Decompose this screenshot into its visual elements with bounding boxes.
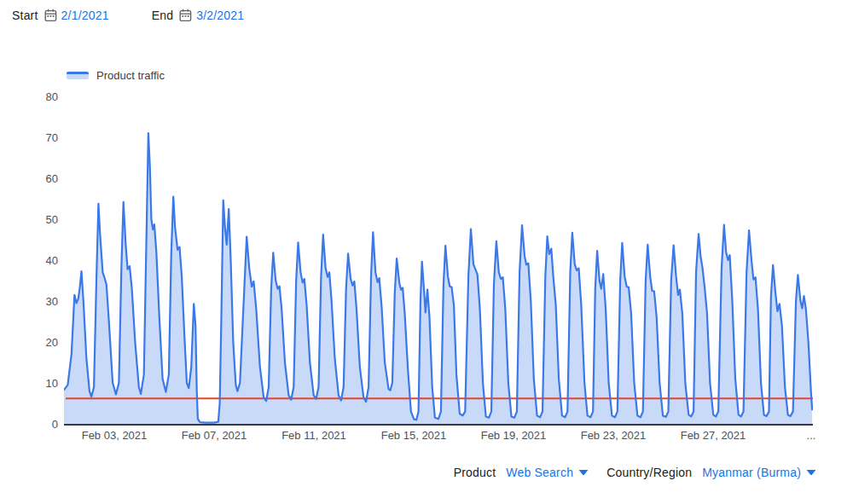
x-tick-label: Feb 03, 2021 [82,429,148,442]
start-label: Start [12,9,38,22]
x-tick-label: Feb 07, 2021 [182,429,247,442]
x-tick-label: Feb 11, 2021 [281,429,346,442]
chart-plot-area[interactable] [64,96,813,426]
date-range-controls: Start 2/1/2021 End [12,8,244,23]
y-tick-label: 0 [24,418,58,431]
legend: Product traffic [67,69,165,82]
product-dropdown[interactable]: Web Search [506,466,588,479]
region-label: Country/Region [606,466,692,479]
region-dropdown[interactable]: Myanmar (Burma) [702,466,815,479]
product-label: Product [454,466,496,479]
y-tick-label: 70 [24,131,58,144]
calendar-icon [44,9,57,22]
end-label: End [152,9,174,22]
filter-controls: Product Web Search Country/Region Myanma… [454,465,815,480]
x-tick-label: Feb 27, 2021 [681,429,746,442]
y-axis-labels: 01020304050607080 [24,96,58,424]
x-axis-labels: Feb 03, 2021Feb 07, 2021Feb 11, 2021Feb … [64,429,813,444]
transparency-report-traffic-panel: Start 2/1/2021 End [0,0,853,504]
y-tick-label: 80 [24,90,58,103]
region-dropdown-value: Myanmar (Burma) [702,466,801,479]
traffic-area-fill [64,133,812,424]
end-date-link[interactable]: 3/2/2021 [196,9,244,22]
y-tick-label: 20 [24,336,58,349]
y-tick-label: 60 [24,172,58,185]
y-tick-label: 30 [24,295,58,308]
y-tick-label: 50 [24,213,58,226]
x-tick-label: Feb 15, 2021 [381,429,447,442]
traffic-area-chart [64,96,813,424]
start-date-link[interactable]: 2/1/2021 [61,9,109,22]
calendar-icon [179,9,192,22]
x-tick-label: ... [807,429,816,442]
legend-swatch-icon [67,72,89,79]
x-tick-label: Feb 23, 2021 [581,429,647,442]
legend-label: Product traffic [96,69,165,82]
product-dropdown-value: Web Search [506,466,573,479]
y-tick-label: 40 [24,254,58,267]
chevron-down-icon [579,470,588,475]
y-tick-label: 10 [24,377,58,390]
x-tick-label: Feb 19, 2021 [481,429,547,442]
chevron-down-icon [807,470,815,475]
